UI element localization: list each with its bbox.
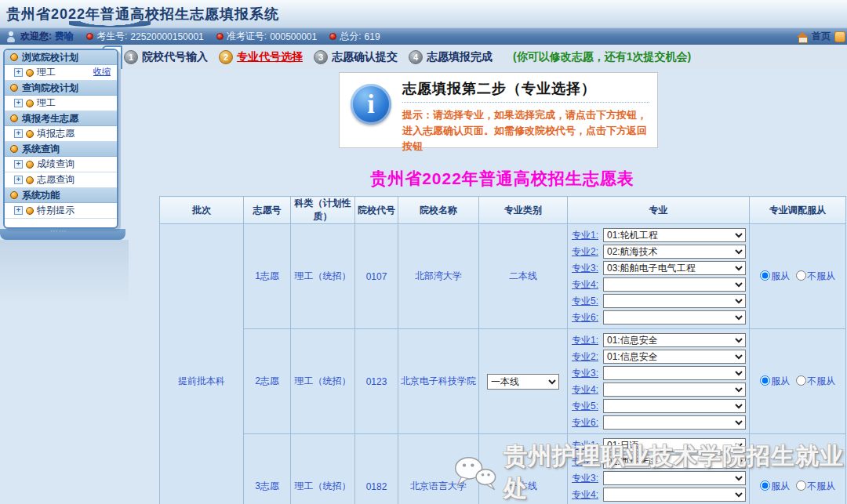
major-line-4: 专业4: [572,487,747,502]
orange-ball-icon [26,69,34,77]
expand-plus-icon[interactable]: + [14,68,23,77]
step-4[interactable]: 4志愿填报完成 [409,50,493,64]
major-select-3[interactable]: 03:船舶电子电气工程 [603,261,746,275]
volunteer-number-cell: 3志愿 [244,434,291,504]
major-label-5[interactable]: 专业5: [572,295,603,308]
expand-plus-icon[interactable]: + [14,160,23,169]
majors-cell: 专业1:01:日语专业2:02:西班牙语专业3:专业4:专业5:专业6: [568,434,750,504]
obey-label[interactable]: 服从 [771,270,790,281]
home-icon[interactable] [797,32,808,42]
major-label-1[interactable]: 专业1: [572,229,603,242]
major-label-1[interactable]: 专业1: [572,439,603,452]
welcome-label: 欢迎您: [20,30,52,43]
step-1-label: 院校代号输入 [142,50,208,64]
major-select-4[interactable] [603,277,746,292]
sidebar-section-header-2[interactable]: 查询院校计划 [5,81,117,96]
major-label-3[interactable]: 专业3: [572,367,603,380]
major-select-2[interactable]: 02:航海技术 [603,245,746,259]
not-obey-label[interactable]: 不服从 [807,270,835,281]
not-obey-radio[interactable] [796,270,806,281]
major-select-4[interactable] [603,383,746,397]
major-select-1[interactable]: 01:轮机工程 [603,228,746,242]
not-obey-label[interactable]: 不服从 [807,375,835,386]
major-label-3[interactable]: 专业3: [572,472,603,485]
step-2[interactable]: 2专业代号选择 [219,50,303,64]
info-title: 志愿填报第二步（专业选择） [402,79,649,103]
major-line-3: 专业3:03:船舶电子电气工程 [572,260,747,276]
sidebar-item-理工[interactable]: +理工 [5,96,117,111]
column-header: 专业 [568,197,750,224]
major-label-4[interactable]: 专业4: [572,383,603,397]
ticket-segment: 准考证号: 000500001 [216,30,317,43]
major-select-3[interactable] [603,471,746,485]
title-swoosh-decoration [69,21,151,27]
column-header: 批次 [160,197,244,224]
major-line-4: 专业4: [572,382,747,397]
major-category-select[interactable]: 一本线 [487,374,559,390]
orange-ball-icon [10,191,18,199]
not-obey-radio[interactable] [796,375,806,386]
major-select-5[interactable] [603,294,746,308]
expand-plus-icon[interactable]: + [14,176,23,184]
red-dot-icon [86,33,93,40]
sidebar-item-label: 志愿查询 [37,173,75,187]
sidebar-section-header-3[interactable]: 填报考生志愿 [5,111,117,126]
major-select-3[interactable] [603,366,746,380]
sidebar-section-header-5[interactable]: 系统功能 [5,188,117,203]
major-line-6: 专业6: [572,310,747,325]
step-3-number-icon: 3 [314,50,328,64]
major-label-2[interactable]: 专业2: [572,245,603,259]
obey-label[interactable]: 服从 [771,480,790,491]
major-select-6[interactable] [603,310,746,325]
major-label-1[interactable]: 专业1: [572,334,603,347]
major-select-5[interactable] [603,399,746,413]
step-3[interactable]: 3志愿确认提交 [314,50,398,64]
major-label-5[interactable]: 专业5: [572,400,603,413]
not-obey-label[interactable]: 不服从 [807,480,835,491]
expand-plus-icon[interactable]: + [14,206,23,215]
major-label-6[interactable]: 专业6: [572,311,603,325]
major-select-1[interactable]: 01:信息安全 [603,333,746,347]
exam-id-segment: 考生号: 22520000150001 [86,30,204,43]
major-label-2[interactable]: 专业2: [572,455,603,469]
volunteer-number-cell: 2志愿 [244,329,291,434]
major-select-4[interactable] [603,488,746,502]
orange-ball-icon [26,130,34,138]
majors-cell: 专业1:01:轮机工程专业2:02:航海技术专业3:03:船舶电子电气工程专业4… [568,224,750,329]
obey-label[interactable]: 服从 [771,375,790,386]
step-2-label: 专业代号选择 [237,50,303,64]
sidebar-section-header-1[interactable]: 浏览院校计划 [5,50,117,65]
step-1[interactable]: 1院校代号输入 [124,50,208,64]
major-line-1: 专业1:01:轮机工程 [572,227,747,243]
major-select-2[interactable]: 02:西班牙语 [603,455,746,469]
major-select-6[interactable] [603,415,746,430]
major-select-1[interactable]: 01:日语 [603,438,746,452]
red-dot-icon [329,33,336,40]
home-link[interactable]: 首页 [812,30,831,43]
obey-radio[interactable] [760,375,770,386]
tool-icon[interactable] [834,31,845,42]
obey-radio[interactable] [760,480,770,491]
ticket-label: 准考证号: [227,30,267,43]
info-tip-text: 提示：请选择专业，如果选择完成，请点击下方按钮，进入志愿确认页面。如需修改院校代… [402,107,649,154]
not-obey-radio[interactable] [796,480,806,491]
major-label-6[interactable]: 专业6: [572,416,603,430]
major-label-4[interactable]: 专业4: [572,278,603,292]
sidebar-item-志愿查询[interactable]: +志愿查询 [5,172,117,188]
major-label-2[interactable]: 专业2: [572,350,603,364]
major-label-3[interactable]: 专业3: [572,262,603,275]
collapse-link[interactable]: 收缩 [92,66,112,78]
expand-plus-icon[interactable]: + [14,129,23,138]
volunteer-row-3: 3志愿理工（统招）0182北京语言大学一本线专业1:01:日语专业2:02:西班… [160,434,846,504]
sidebar-item-label: 理工 [37,66,56,79]
sidebar-item-填报志愿[interactable]: +填报志愿 [5,126,117,142]
sidebar-item-特别提示[interactable]: +特别提示 [5,203,117,219]
major-select-2[interactable]: 01:信息安全 [603,350,746,364]
sidebar-item-成绩查询[interactable]: +成绩查询 [5,157,117,172]
major-label-4[interactable]: 专业4: [572,488,603,502]
expand-plus-icon[interactable]: + [14,99,23,107]
major-line-6: 专业6: [572,415,747,430]
sidebar-section-header-4[interactable]: 系统查询 [5,142,117,157]
step-4-label: 志愿填报完成 [427,50,493,64]
obey-radio[interactable] [760,270,770,281]
